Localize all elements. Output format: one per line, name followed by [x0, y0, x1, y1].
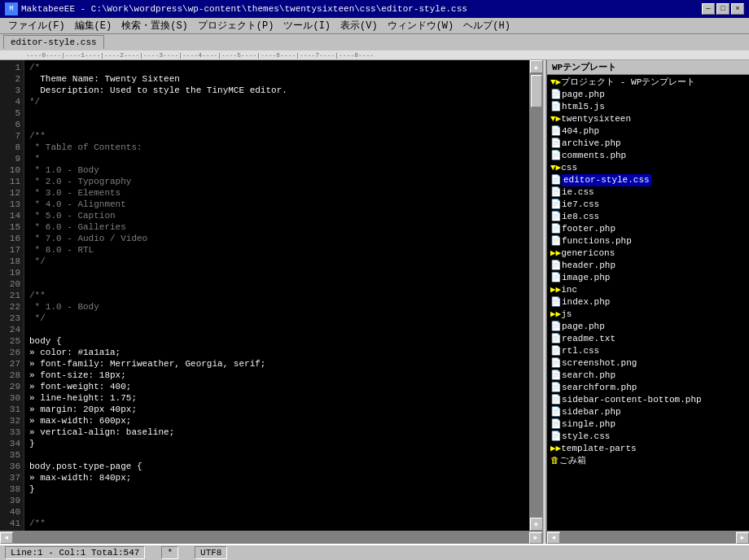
- tree-item-label: html5.js: [562, 101, 605, 113]
- menu-file[interactable]: ファイル(F): [3, 17, 70, 34]
- tree-item[interactable]: 📄 rtl.css: [549, 345, 747, 357]
- menu-window[interactable]: ウィンドウ(W): [383, 17, 459, 34]
- line-number: 24: [3, 324, 20, 335]
- editor-pane[interactable]: 1234567891011121314151617181920212223242…: [0, 60, 542, 544]
- code-area[interactable]: /* Theme Name: Twenty Sixteen Descriptio…: [24, 60, 529, 531]
- line-number: 25: [3, 335, 20, 347]
- tree-item[interactable]: ▼▶ twentysixteen: [549, 113, 747, 125]
- line-number: 21: [3, 290, 20, 301]
- tree-item[interactable]: 📄 editor-style.css: [549, 174, 747, 186]
- tree-item[interactable]: 📄 ie.css: [549, 186, 747, 199]
- menu-tools[interactable]: ツール(I): [278, 17, 335, 34]
- tree-item[interactable]: 📄 footer.php: [549, 223, 747, 235]
- tree-item-label: style.css: [562, 431, 610, 443]
- tree-item[interactable]: 📄 index.php: [549, 296, 747, 308]
- tab-bar: editor-style.css: [0, 34, 749, 50]
- code-line: » font-weight: 400;: [29, 381, 524, 392]
- scroll-up-button[interactable]: ▲: [530, 60, 543, 73]
- tree-item[interactable]: ▶▶ template-parts: [549, 443, 747, 455]
- tree-item-label: search.php: [562, 370, 615, 382]
- tree-item[interactable]: 📄 ie8.css: [549, 211, 747, 223]
- menu-search[interactable]: 検索・置換(S): [116, 17, 193, 34]
- tree-scroll-left[interactable]: ◄: [547, 532, 560, 544]
- menu-project[interactable]: プロジェクト(P): [193, 17, 279, 34]
- menu-view[interactable]: 表示(V): [335, 17, 383, 34]
- tree-item[interactable]: 📄 single.php: [549, 418, 747, 431]
- line-number: 30: [3, 392, 20, 404]
- minimize-button[interactable]: ─: [702, 3, 715, 15]
- tree-item[interactable]: 🗑 ごみ箱: [549, 455, 747, 467]
- line-number: 39: [3, 495, 20, 506]
- ruler: ----0----|----1----|----2----|----3----|…: [0, 50, 749, 60]
- tree-item[interactable]: ▼▶ css: [549, 162, 747, 174]
- code-line: » vertical-align: baseline;: [29, 427, 524, 438]
- tree-scroll-track[interactable]: [560, 532, 736, 544]
- tree-scroll-right[interactable]: ►: [736, 532, 749, 544]
- menu-help[interactable]: ヘルプ(H): [458, 17, 515, 34]
- code-line: * 2.0 - Typography: [29, 176, 524, 187]
- title-bar-left: M MaktabeeEE - C:\Work\wordpress\wp-cont…: [5, 2, 467, 15]
- scroll-down-button[interactable]: ▼: [530, 518, 543, 531]
- tree-item[interactable]: 📄 page.php: [549, 89, 747, 101]
- tree-item[interactable]: 📄 search.php: [549, 370, 747, 382]
- code-line: * 1.0 - Body: [29, 164, 524, 176]
- code-line: [29, 495, 524, 506]
- maximize-button[interactable]: □: [716, 3, 729, 15]
- tree-item[interactable]: 📄 404.php: [549, 125, 747, 138]
- tree-item[interactable]: ▼▶ プロジェクト - WPテンプレート: [549, 77, 747, 89]
- scroll-track-h-editor[interactable]: [13, 532, 529, 544]
- line-numbers: 1234567891011121314151617181920212223242…: [0, 60, 24, 531]
- tree-content[interactable]: ▼▶ プロジェクト - WPテンプレート 📄 page.php 📄 html5.…: [547, 75, 749, 531]
- tree-item[interactable]: ▶▶ js: [549, 308, 747, 321]
- code-line: * 3.0 - Elements: [29, 187, 524, 199]
- tree-item[interactable]: 📄 functions.php: [549, 235, 747, 247]
- tree-item-icon: 🗑: [550, 455, 559, 467]
- tree-item[interactable]: ▶▶ inc: [549, 284, 747, 296]
- scroll-thumb-v[interactable]: [531, 75, 542, 107]
- line-number: 9: [3, 153, 20, 164]
- tree-item[interactable]: 📄 style.css: [549, 431, 747, 443]
- tree-item-icon: ▶▶: [550, 284, 561, 296]
- tree-item[interactable]: 📄 readme.txt: [549, 333, 747, 345]
- app-icon: M: [5, 2, 18, 15]
- tree-item[interactable]: 📄 image.php: [549, 272, 747, 284]
- tree-item[interactable]: 📄 searchform.php: [549, 382, 747, 394]
- tree-item[interactable]: 📄 header.php: [549, 260, 747, 272]
- close-button[interactable]: ×: [731, 3, 744, 15]
- tree-item[interactable]: 📄 sidebar.php: [549, 406, 747, 418]
- menu-edit[interactable]: 編集(E): [70, 17, 117, 34]
- scroll-right-button[interactable]: ►: [529, 532, 542, 544]
- tab-editor-style[interactable]: editor-style.css: [3, 35, 104, 49]
- line-number: 7: [3, 130, 20, 142]
- tree-item[interactable]: 📄 sidebar-content-bottom.php: [549, 394, 747, 406]
- code-line: [29, 506, 524, 518]
- vertical-scrollbar[interactable]: ▲ ▼: [529, 60, 542, 531]
- tree-item-icon: ▼▶: [550, 162, 561, 174]
- code-line: » font-size: 18px;: [29, 370, 524, 381]
- code-line: * 1.0 - Body: [29, 301, 524, 313]
- tree-item-label: sidebar-content-bottom.php: [562, 394, 702, 406]
- tree-item[interactable]: 📄 page.php: [549, 321, 747, 333]
- tree-item[interactable]: 📄 comments.php: [549, 150, 747, 162]
- code-line: *: [29, 153, 524, 164]
- tree-horizontal-scrollbar[interactable]: ◄ ►: [547, 531, 749, 544]
- line-number: 15: [3, 221, 20, 233]
- tree-item[interactable]: 📄 archive.php: [549, 138, 747, 150]
- tree-item[interactable]: 📄 screenshot.png: [549, 357, 747, 370]
- tree-item[interactable]: 📄 ie7.css: [549, 199, 747, 211]
- tree-item-label: screenshot.png: [562, 357, 637, 370]
- tree-item-icon: ▼▶: [550, 113, 561, 125]
- tree-item[interactable]: 📄 html5.js: [549, 101, 747, 113]
- tree-item-label: single.php: [562, 418, 615, 431]
- line-number: 11: [3, 176, 20, 187]
- tree-item-icon: 📄: [550, 101, 562, 113]
- tree-item-icon: ▶▶: [550, 443, 561, 455]
- tree-item-label: twentysixteen: [561, 113, 631, 125]
- scroll-left-button[interactable]: ◄: [0, 532, 13, 544]
- horizontal-scrollbar-editor[interactable]: ◄ ►: [0, 531, 542, 544]
- tree-item-icon: 📄: [550, 125, 562, 138]
- tree-item-label: プロジェクト - WPテンプレート: [561, 77, 695, 89]
- scroll-track-v[interactable]: [530, 73, 542, 518]
- line-number: 32: [3, 415, 20, 427]
- tree-item[interactable]: ▶▶ genericons: [549, 247, 747, 260]
